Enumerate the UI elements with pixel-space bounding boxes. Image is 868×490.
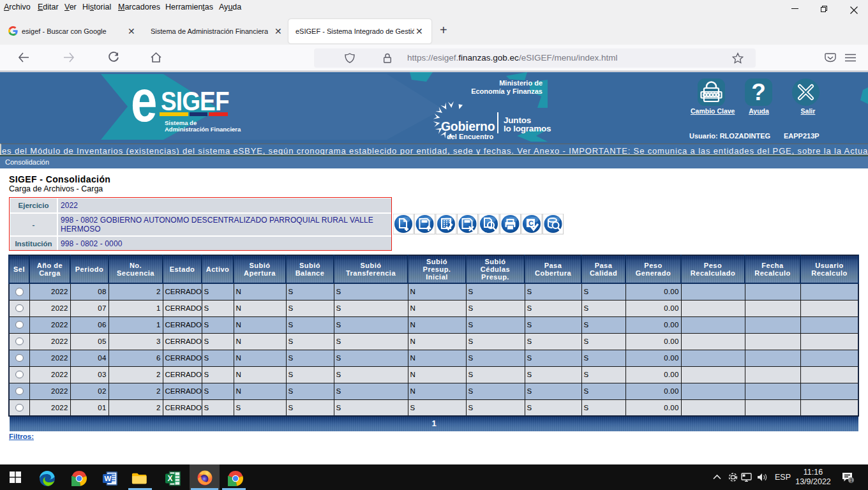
svg-text:X: X <box>167 474 172 483</box>
svg-text:1: 1 <box>849 477 853 483</box>
svg-text:C: C <box>528 219 534 227</box>
svg-text:W: W <box>104 475 111 482</box>
